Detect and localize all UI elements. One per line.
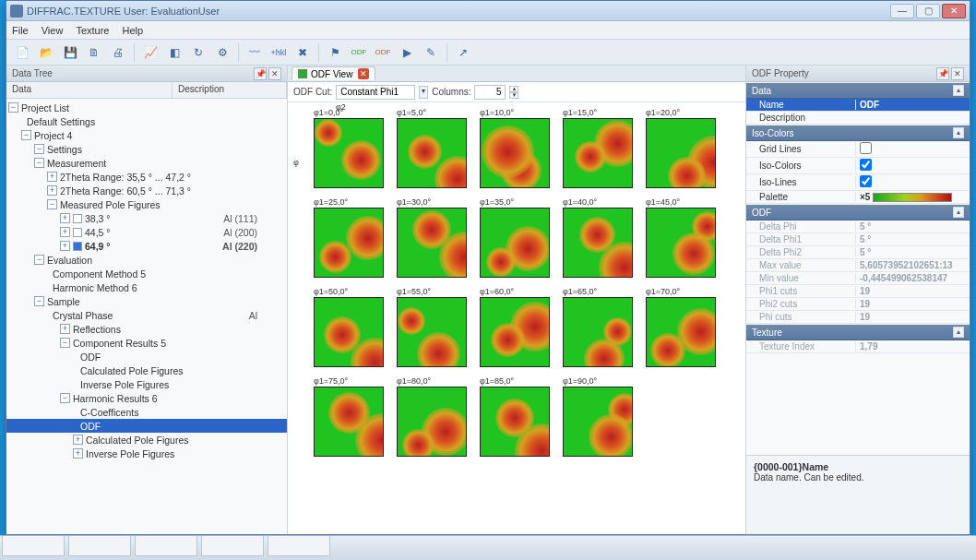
tab-odf-view[interactable]: ODF View ✕ bbox=[292, 66, 375, 80]
odf-property-panel: ODF Property 📌 ✕ Data▴ NameODF Descripti… bbox=[746, 66, 970, 534]
data-tree-panel: Data Tree 📌 ✕ Data Description −Project … bbox=[6, 66, 288, 534]
tb-odf1-icon[interactable]: ODF bbox=[350, 43, 368, 62]
tb-saveas-icon[interactable]: 🗎 bbox=[85, 43, 103, 62]
tb-save-icon[interactable]: 💾 bbox=[61, 43, 79, 62]
menu-texture[interactable]: Texture bbox=[76, 25, 109, 36]
app-window: DIFFRAC.TEXTURE User: EvaluationUser — ▢… bbox=[6, 0, 970, 535]
tb-odf2-icon[interactable]: ODF bbox=[374, 43, 392, 62]
odf-section[interactable]: φ1=20,0° bbox=[646, 108, 718, 188]
odf-heatmap bbox=[646, 297, 716, 367]
odf-heatmap bbox=[397, 387, 467, 457]
odf-section[interactable]: φ1=60,0° bbox=[480, 287, 552, 367]
odf-section[interactable]: φ1=30,0° bbox=[397, 197, 469, 278]
menu-help[interactable]: Help bbox=[122, 25, 143, 36]
tb-print-icon[interactable]: 🖨 bbox=[109, 43, 127, 62]
prop-close-icon[interactable]: ✕ bbox=[951, 67, 964, 80]
odf-section[interactable]: φ1=90,0° bbox=[563, 376, 635, 457]
tb-export-icon[interactable]: ↗ bbox=[454, 43, 472, 62]
taskbar-item[interactable] bbox=[268, 536, 330, 556]
tb-chart-icon[interactable]: 📈 bbox=[141, 43, 160, 62]
tree-row-selected: ODF bbox=[6, 419, 287, 433]
gridlines-checkbox[interactable] bbox=[860, 142, 872, 154]
taskbar-item[interactable] bbox=[2, 536, 65, 556]
odf-heatmap bbox=[563, 387, 633, 457]
odf-section[interactable]: φ1=75,0° bbox=[314, 376, 386, 457]
odf-heatmap bbox=[563, 297, 633, 367]
col-data[interactable]: Data bbox=[6, 82, 173, 98]
odf-section[interactable]: φ1=25,0° bbox=[314, 197, 386, 278]
spin-up-icon[interactable]: ▲ bbox=[509, 86, 518, 92]
odf-section[interactable]: φ1=45,0° bbox=[646, 197, 718, 278]
odf-section-label: φ1=55,0° bbox=[397, 287, 469, 296]
taskbar-item[interactable] bbox=[68, 536, 131, 556]
prop-description[interactable]: Description bbox=[746, 112, 970, 125]
panel-close-icon[interactable]: ✕ bbox=[268, 67, 281, 80]
odf-section[interactable]: φ1=50,0° bbox=[314, 287, 386, 367]
odf-cut-label: ODF Cut: bbox=[293, 87, 332, 97]
spin-down-icon[interactable]: ▼ bbox=[509, 92, 518, 99]
tb-delete-icon[interactable]: ✖ bbox=[293, 43, 312, 62]
tb-play-icon[interactable]: ▶ bbox=[398, 43, 416, 62]
taskbar-item[interactable] bbox=[201, 536, 264, 556]
tb-open-icon[interactable]: 📂 bbox=[37, 43, 55, 62]
odf-section-label: φ1=35,0° bbox=[480, 197, 552, 207]
prop-pin-icon[interactable]: 📌 bbox=[936, 67, 949, 80]
odf-section-label: φ1=70,0° bbox=[646, 287, 718, 296]
odf-heatmap bbox=[314, 297, 384, 367]
tb-gear-icon[interactable]: ⚙ bbox=[213, 43, 232, 62]
taskbar-item[interactable] bbox=[135, 536, 197, 556]
odf-section[interactable]: φ1=85,0° bbox=[480, 376, 552, 457]
prop-iso-lines[interactable]: Iso-Lines bbox=[746, 174, 970, 191]
odf-section-label: φ1=5,0° bbox=[397, 108, 469, 117]
odf-section-label: φ1=30,0° bbox=[397, 197, 469, 207]
menu-file[interactable]: File bbox=[12, 25, 29, 36]
odf-section[interactable]: φ1=0,0° bbox=[314, 108, 386, 188]
odf-cut-dropdown-icon[interactable]: ▾ bbox=[419, 86, 428, 99]
columns-input[interactable] bbox=[474, 85, 506, 100]
odf-section[interactable]: φ1=65,0° bbox=[563, 287, 635, 367]
tb-flag-icon[interactable]: ⚑ bbox=[326, 43, 344, 62]
odf-cut-select[interactable] bbox=[336, 85, 415, 100]
tb-refresh-icon[interactable]: ↻ bbox=[189, 43, 208, 62]
window-title: DIFFRAC.TEXTURE User: EvaluationUser bbox=[27, 6, 220, 17]
tb-wave-icon[interactable]: 〰 bbox=[245, 43, 264, 62]
minimize-button[interactable]: — bbox=[890, 4, 914, 18]
col-desc[interactable]: Description bbox=[173, 82, 287, 98]
taskbar[interactable] bbox=[0, 535, 976, 560]
tree[interactable]: −Project List Default Settings −Project … bbox=[6, 99, 287, 534]
isolines-checkbox[interactable] bbox=[860, 175, 872, 187]
property-help: {0000-001}Name Data name. Can be edited. bbox=[746, 455, 970, 534]
tb-hkl-icon[interactable]: +hkl bbox=[269, 43, 288, 62]
odf-section[interactable]: φ1=10,0° bbox=[480, 108, 552, 188]
titlebar[interactable]: DIFFRAC.TEXTURE User: EvaluationUser — ▢… bbox=[6, 1, 970, 21]
odf-section[interactable]: φ1=40,0° bbox=[563, 197, 635, 278]
tb-contour-icon[interactable]: ◧ bbox=[165, 43, 184, 62]
menu-view[interactable]: View bbox=[42, 25, 64, 36]
odf-section[interactable]: φ1=15,0° bbox=[563, 108, 635, 188]
close-button[interactable]: ✕ bbox=[942, 4, 966, 18]
odf-section[interactable]: φ1=80,0° bbox=[397, 376, 469, 457]
columns-label: Columns: bbox=[432, 87, 470, 97]
isocolors-checkbox[interactable] bbox=[860, 159, 872, 171]
collapse-icon[interactable]: ▴ bbox=[953, 85, 964, 96]
odf-section[interactable]: φ1=35,0° bbox=[480, 197, 552, 278]
tb-edit-icon[interactable]: ✎ bbox=[422, 43, 440, 62]
prop-name[interactable]: NameODF bbox=[746, 99, 970, 112]
prop-palette[interactable]: Palette×5 bbox=[746, 191, 970, 204]
tab-close-icon[interactable]: ✕ bbox=[358, 68, 369, 79]
app-icon bbox=[10, 5, 23, 18]
toggle-icon[interactable]: − bbox=[8, 102, 18, 113]
tb-new-icon[interactable]: 📄 bbox=[13, 43, 31, 62]
odf-section-label: φ1=25,0° bbox=[314, 197, 386, 207]
prop-iso-colors[interactable]: Iso-Colors bbox=[746, 158, 970, 174]
odf-section-label: φ1=60,0° bbox=[480, 287, 552, 296]
odf-section[interactable]: φ1=55,0° bbox=[397, 287, 469, 367]
palette-swatch bbox=[873, 193, 952, 202]
odf-section-label: φ1=0,0° bbox=[314, 108, 386, 117]
panel-pin-icon[interactable]: 📌 bbox=[254, 67, 267, 80]
maximize-button[interactable]: ▢ bbox=[916, 4, 940, 18]
odf-section[interactable]: φ1=5,0° bbox=[397, 108, 469, 188]
prop-grid-lines[interactable]: Grid Lines bbox=[746, 141, 970, 158]
odf-viewer[interactable]: φ φ2 φ1=0,0°φ1=5,0°φ1=10,0°φ1=15,0°φ1=20… bbox=[288, 102, 745, 534]
odf-section[interactable]: φ1=70,0° bbox=[646, 287, 718, 367]
